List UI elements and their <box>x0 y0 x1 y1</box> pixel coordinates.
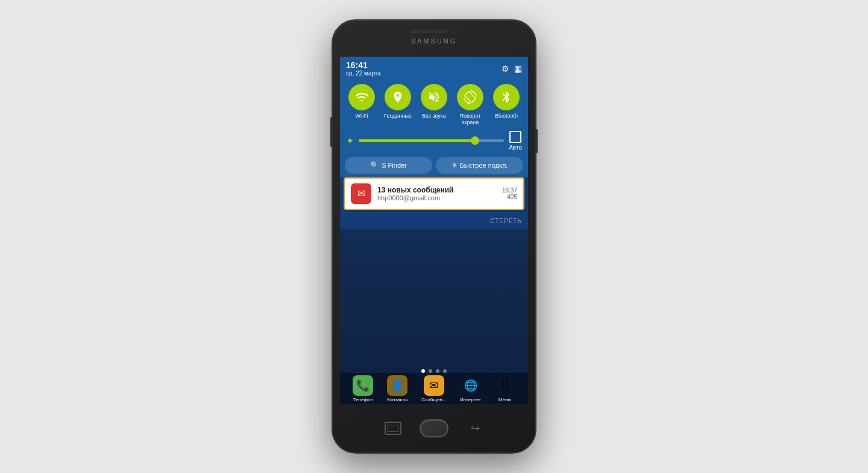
status-bar: 16:41 ср, 22 марта ⚙ ▦ <box>340 57 528 79</box>
notification-time: 16:37 <box>502 187 517 194</box>
dock-messages[interactable]: ✉ Сообщен... <box>421 375 446 402</box>
dock-messages-label: Сообщен... <box>421 397 446 402</box>
finder-row: 🔍 S Finder ✳ Быстрое подкл. <box>340 153 528 177</box>
power-button[interactable] <box>535 129 538 153</box>
geo-icon <box>385 84 411 110</box>
dock-contacts-label: Контакты <box>387 397 408 402</box>
s-finder-button[interactable]: 🔍 S Finder <box>345 157 432 174</box>
phone-icon: 📞 <box>353 375 373 396</box>
dock-phone-label: Телефон <box>353 397 373 402</box>
dock-menu[interactable]: ⠿ Меню <box>495 375 515 402</box>
contacts-icon: 👤 <box>387 375 407 396</box>
dock: 📞 Телефон 👤 Контакты ✉ Сообщен... 🌐 Инте… <box>340 373 528 404</box>
clock: 16:41 <box>346 60 381 70</box>
clear-row: СТЕРЕТЬ <box>340 212 528 229</box>
brightness-thumb <box>471 136 479 145</box>
browser-icon: 🌐 <box>461 375 481 396</box>
brightness-row: ✦ Авто <box>340 129 528 153</box>
speaker-grille <box>410 30 447 33</box>
bluetooth-label: Bluetooth <box>495 113 518 119</box>
brightness-icon: ✦ <box>346 135 354 147</box>
settings-icon[interactable]: ⚙ <box>502 64 509 74</box>
volume-button[interactable] <box>330 117 333 147</box>
sound-icon <box>421 84 447 110</box>
notification-panel: 16:41 ср, 22 марта ⚙ ▦ Wi-Fi <box>340 57 528 229</box>
auto-icon <box>509 131 521 143</box>
menu-icon: ⠿ <box>495 375 515 396</box>
geo-label: Геоданные <box>384 113 412 119</box>
quick-toggles: Wi-Fi Геоданные <box>340 79 528 129</box>
date: ср, 22 марта <box>346 70 381 77</box>
dock-browser[interactable]: 🌐 Интернет <box>460 375 481 402</box>
notification-card[interactable]: ✉ 13 новых сообщений hhp0000@gmail.com 1… <box>344 177 524 210</box>
s-finder-label: S Finder <box>382 162 407 169</box>
phone-bottom-hardware <box>333 404 535 452</box>
notification-meta: 16:37 405 <box>502 187 517 200</box>
dock-phone[interactable]: 📞 Телефон <box>353 375 373 402</box>
dock-menu-label: Меню <box>498 397 512 402</box>
phone-top-hardware <box>333 29 535 34</box>
toggle-sound[interactable]: Без звука <box>418 84 450 126</box>
rotation-icon <box>457 84 483 110</box>
auto-label: Авто <box>509 144 522 151</box>
toggle-geo[interactable]: Геоданные <box>382 84 414 126</box>
brightness-fill <box>359 139 475 142</box>
dock-contacts[interactable]: 👤 Контакты <box>387 375 408 402</box>
quick-connect-icon: ✳ <box>451 161 458 170</box>
notification-subtitle: hhp0000@gmail.com <box>377 194 496 202</box>
front-camera <box>453 29 458 34</box>
notification-count: 405 <box>502 194 517 200</box>
toggle-bluetooth[interactable]: Bluetooth <box>491 84 522 126</box>
notification-title: 13 новых сообщений <box>377 186 496 194</box>
clear-button[interactable]: СТЕРЕТЬ <box>490 218 522 224</box>
bluetooth-icon <box>493 84 520 110</box>
home-button[interactable] <box>420 419 448 437</box>
notification-content: 13 новых сообщений hhp0000@gmail.com <box>377 186 496 202</box>
sound-label: Без звука <box>422 113 446 119</box>
back-button[interactable] <box>467 422 483 435</box>
phone-screen: 📞 Телефон 👤 Контакты ✉ Сообщен... 🌐 Инте… <box>340 57 528 404</box>
rotation-label: Поворотэкрана <box>459 113 480 126</box>
email-app-icon: ✉ <box>351 183 371 204</box>
brand-label: SAMSUNG <box>333 37 535 45</box>
toggle-wifi[interactable]: Wi-Fi <box>346 84 377 126</box>
brightness-slider[interactable] <box>359 139 504 142</box>
quick-connect-button[interactable]: ✳ Быстрое подкл. <box>436 157 523 174</box>
messages-icon: ✉ <box>424 375 444 396</box>
quick-connect-label: Быстрое подкл. <box>460 162 508 169</box>
recent-apps-button[interactable] <box>385 422 401 435</box>
status-icons: ⚙ ▦ <box>502 64 522 74</box>
s-finder-icon: 🔍 <box>370 161 379 170</box>
grid-icon[interactable]: ▦ <box>514 64 522 74</box>
wifi-icon <box>348 84 375 110</box>
toggle-rotation[interactable]: Поворотэкрана <box>454 84 486 126</box>
wifi-label: Wi-Fi <box>356 113 368 119</box>
dock-browser-label: Интернет <box>460 397 481 402</box>
auto-brightness[interactable]: Авто <box>509 131 522 151</box>
phone-device: SAMSUNG 📞 Телефон 👤 Контакты <box>332 19 536 454</box>
status-left: 16:41 ср, 22 марта <box>346 60 381 77</box>
